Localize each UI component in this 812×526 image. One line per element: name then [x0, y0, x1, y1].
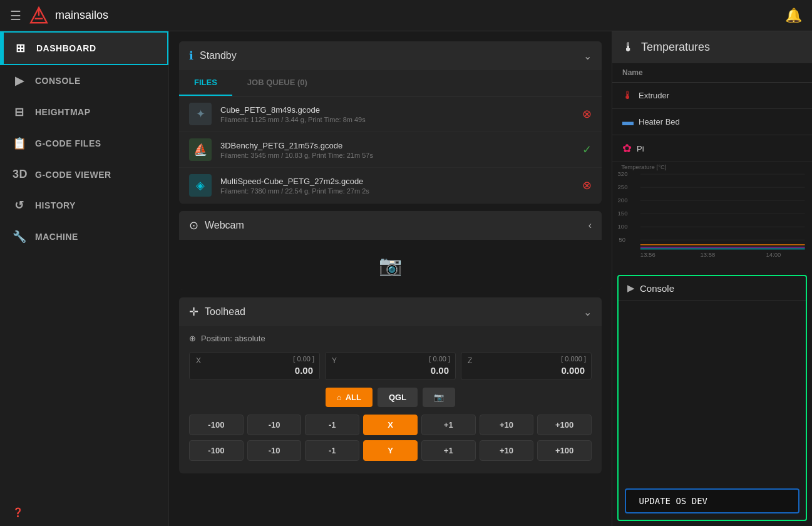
file-item[interactable]: ⛵3DBenchy_PETG_21m57s.gcodeFilament: 354… [179, 132, 602, 168]
app-logo [29, 6, 49, 26]
jog-btn-plus1[interactable]: +1 [421, 440, 476, 461]
jog-btn-minus1[interactable]: -1 [305, 440, 359, 461]
jog-btn-plus10[interactable]: +10 [480, 440, 534, 461]
file-meta: Filament: 7380 mm / 22.54 g, Print Time:… [220, 187, 573, 195]
home-all-button[interactable]: ⌂ ALL [326, 388, 373, 407]
svg-text:Temperature [°C]: Temperature [°C] [621, 163, 666, 170]
jog-btn-plus100[interactable]: +100 [537, 440, 592, 461]
file-name: MultiSpeed-Cube_PETG_27m2s.gcode [220, 177, 573, 186]
console-input[interactable] [625, 488, 799, 513]
main-content: ℹ Standby ⌄ FILES JOB QUEUE (0) ✦Cube_PE… [169, 31, 612, 526]
sidebar-item-dashboard[interactable]: ⊞DASHBOARD [0, 31, 168, 65]
toolhead-card: ✛ Toolhead ⌄ ⊕ Position: absolute X [ 0.… [179, 297, 602, 473]
temp-target [744, 109, 778, 135]
axis-y-box: Y [ 0.00 ] 0.00 [325, 352, 456, 380]
machine-icon: 🔧 [13, 230, 26, 244]
tab-queue[interactable]: JOB QUEUE (0) [232, 70, 322, 96]
position-label: ⊕ Position: absolute [189, 334, 592, 343]
file-thumb-icon: ✦ [189, 103, 212, 125]
standby-collapse[interactable]: ⌄ [583, 50, 592, 62]
temp-row: 🌡Extruder [612, 83, 812, 109]
sidebar-item-gcode-files[interactable]: 📋G-CODE FILES [0, 128, 168, 159]
gcode-files-icon: 📋 [13, 137, 26, 150]
qgl-button[interactable]: QGL [378, 388, 418, 407]
file-info: Cube_PETG_8m49s.gcodeFilament: 1125 mm /… [220, 105, 573, 123]
heightmap-icon: ⊟ [13, 105, 26, 119]
standby-tabs: FILES JOB QUEUE (0) [179, 70, 602, 96]
hamburger-menu[interactable]: ☰ [10, 8, 21, 23]
jog-btn-X[interactable]: X [363, 415, 418, 435]
sidebar-item-gcode-viewer[interactable]: 3DG-CODE VIEWER [0, 159, 168, 190]
chart-svg: Temperature [°C] 320 250 200 150 100 50 … [612, 162, 812, 270]
jog-btn-minus100[interactable]: -100 [189, 415, 244, 435]
tab-files[interactable]: FILES [179, 70, 232, 96]
jog-btn-plus100[interactable]: +100 [537, 415, 592, 435]
jog-btn-minus1[interactable]: -1 [305, 415, 359, 435]
camera-off-button[interactable]: 📷 [423, 388, 455, 407]
sidebar-label-history: HISTORY [35, 200, 76, 210]
toolhead-title: Toolhead [205, 306, 245, 317]
svg-text:50: 50 [619, 236, 625, 243]
history-icon: ↺ [13, 199, 26, 212]
standby-title: Standby [200, 50, 237, 61]
info-icon: ℹ [189, 49, 193, 63]
active-bar [1, 33, 4, 64]
file-thumb-icon: ◈ [189, 174, 212, 197]
jog-row-x: -100-10-1X+1+10+100 [189, 415, 592, 435]
webcam-header: ⊙ Webcam ‹ [179, 211, 602, 240]
file-item[interactable]: ✦Cube_PETG_8m49s.gcodeFilament: 1125 mm … [179, 96, 602, 132]
svg-text:150: 150 [618, 210, 628, 217]
svg-text:100: 100 [618, 223, 628, 230]
temp-sensor-name: 🌡Extruder [612, 83, 744, 109]
file-meta: Filament: 3545 mm / 10.83 g, Print Time:… [220, 152, 573, 159]
temp-row: ▬Heater Bed [612, 109, 812, 135]
sidebar-item-machine[interactable]: 🔧MACHINE [0, 221, 168, 252]
file-thumb-icon: ⛵ [189, 138, 212, 161]
temp-col-target [744, 63, 778, 83]
temperatures-title: Temperatures [641, 41, 710, 54]
sidebar-label-dashboard: DASHBOARD [36, 43, 96, 53]
jog-btn-minus10[interactable]: -10 [247, 440, 302, 461]
sidebar-label-gcode-viewer: G-CODE VIEWER [35, 170, 111, 180]
temperatures-header: 🌡 Temperatures [612, 31, 812, 63]
home-buttons: ⌂ ALL QGL 📷 [189, 388, 592, 407]
svg-text:13:58: 13:58 [700, 251, 715, 258]
position-icon: ⊕ [189, 334, 196, 343]
jog-btn-minus10[interactable]: -10 [247, 415, 302, 435]
toolhead-collapse[interactable]: ⌄ [583, 306, 592, 318]
jog-btn-plus1[interactable]: +1 [421, 415, 476, 435]
sidebar-item-history[interactable]: ↺HISTORY [0, 190, 168, 221]
console-input-area [619, 301, 806, 520]
temp-col-name: Name [612, 63, 744, 83]
svg-text:200: 200 [618, 197, 628, 204]
jog-btn-Y[interactable]: Y [363, 440, 418, 461]
console-expand-icon: ▶ [627, 282, 635, 294]
temp-sensor-name: ✿Pi [612, 135, 744, 162]
sidebar-item-console[interactable]: ▶CONSOLE [0, 65, 168, 96]
webcam-placeholder: 📷 [379, 254, 402, 276]
jog-btn-plus10[interactable]: +10 [480, 415, 534, 435]
notification-icon[interactable]: 🔔 [785, 8, 802, 24]
svg-text:320: 320 [618, 170, 628, 177]
temp-actual [778, 109, 812, 135]
sidebar: ⊞DASHBOARD▶CONSOLE⊟HEIGHTMAP📋G-CODE FILE… [0, 31, 169, 526]
axis-x-max: [ 0.00 ] [293, 355, 314, 363]
sidebar-item-heightmap[interactable]: ⊟HEIGHTMAP [0, 96, 168, 128]
jog-btn-minus100[interactable]: -100 [189, 440, 244, 461]
bed-icon: ▬ [622, 115, 634, 128]
main-layout: ⊞DASHBOARD▶CONSOLE⊟HEIGHTMAP📋G-CODE FILE… [0, 31, 812, 526]
app-title: mainsailos [55, 9, 108, 22]
axis-x-value: 0.00 [196, 365, 313, 376]
sidebar-label-machine: MACHINE [35, 232, 78, 242]
temp-sensor-name: ▬Heater Bed [612, 109, 744, 135]
axis-z-max: [ 0.000 ] [561, 355, 586, 363]
sidebar-help[interactable]: ❓ [0, 498, 168, 526]
topbar: ☰ mainsailos 🔔 [0, 0, 812, 31]
standby-card: ℹ Standby ⌄ FILES JOB QUEUE (0) ✦Cube_PE… [179, 41, 602, 204]
file-meta: Filament: 1125 mm / 3.44 g, Print Time: … [220, 116, 573, 123]
toolhead-body: ⊕ Position: absolute X [ 0.00 ] 0.00 Y [… [179, 326, 602, 473]
file-item[interactable]: ◈MultiSpeed-Cube_PETG_27m2s.gcodeFilamen… [179, 168, 602, 204]
file-status-icon: ⊗ [582, 107, 592, 121]
webcam-collapse[interactable]: ‹ [588, 220, 592, 231]
file-status-icon: ⊗ [582, 178, 592, 192]
